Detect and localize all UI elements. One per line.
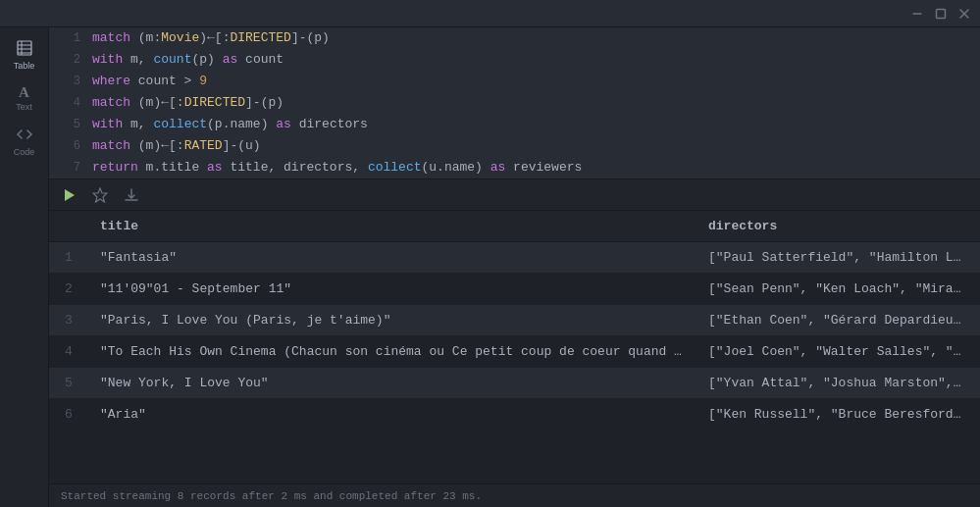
row-directors: ["Ethan Coen", "Gérard Depardieu", "Tom … [696,305,980,336]
status-bar: Started streaming 8 records after 2 ms a… [49,483,980,507]
code-line-6: 6 match (m)←[:RATED]-(u) [49,135,980,157]
code-line-7: 7 return m.title as title, directors, co… [49,157,980,178]
results-table-container[interactable]: title directors 1"Fantasia"["Paul Satter… [49,211,980,483]
row-title: "Fantasia" [88,242,696,274]
text-icon: A [19,85,29,100]
code-line-4: 4 match (m)←[:DIRECTED]-(p) [49,92,980,114]
row-directors: ["Ken Russell", "Bruce Beresford", "Robe… [696,399,980,431]
sidebar-table-label: Table [14,61,35,71]
row-number: 4 [49,336,88,368]
close-icon[interactable] [956,6,972,22]
download-button[interactable] [120,183,143,207]
sidebar: Table A Text Code [0,27,49,507]
status-text: Started streaming 8 records after 2 ms a… [61,490,482,502]
svg-rect-0 [937,9,946,18]
code-line-1: 1 match (m:Movie)←[:DIRECTED]-(p) [49,27,980,49]
main-content: Table A Text Code 1 match (m:Movie)←[:DI… [0,27,980,507]
favorite-button[interactable] [88,183,112,207]
col-header-rownum [49,211,88,242]
line-number-6: 6 [57,135,80,157]
table-row: 2"11'09"01 - September 11"["Sean Penn", … [49,274,980,305]
line-content-4: match (m)←[:DIRECTED]-(p) [92,92,284,114]
run-query-button[interactable] [57,183,80,207]
line-number-7: 7 [57,157,80,178]
code-line-3: 3 where count > 9 [49,71,980,92]
sidebar-item-text[interactable]: A Text [5,78,44,118]
line-content-7: return m.title as title, directors, coll… [92,157,582,178]
code-line-2: 2 with m, count(p) as count [49,49,980,71]
table-icon [17,40,32,59]
line-content-3: where count > 9 [92,71,207,92]
col-header-title: title [88,211,696,242]
results-table: title directors 1"Fantasia"["Paul Satter… [49,211,980,431]
table-row: 6"Aria"["Ken Russell", "Bruce Beresford"… [49,399,980,431]
minimize-icon[interactable] [909,6,925,22]
line-content-1: match (m:Movie)←[:DIRECTED]-(p) [92,27,330,49]
table-row: 4"To Each His Own Cinema (Chacun son cin… [49,336,980,368]
row-directors: ["Yvan Attal", "Joshua Marston", "Jiang … [696,368,980,399]
line-number-1: 1 [57,27,80,49]
line-content-6: match (m)←[:RATED]-(u) [92,135,261,157]
svg-marker-7 [93,188,107,202]
results-area: title directors 1"Fantasia"["Paul Satter… [49,211,980,507]
sidebar-item-table[interactable]: Table [5,35,44,75]
line-number-5: 5 [57,114,80,135]
table-row: 3"Paris, I Love You (Paris, je t'aime)"[… [49,305,980,336]
row-title: "To Each His Own Cinema (Chacun son ciné… [88,336,696,368]
row-number: 5 [49,368,88,399]
col-header-directors: directors [696,211,980,242]
top-bar [0,0,980,27]
row-directors: ["Joel Coen", "Walter Salles", "Atom Ego… [696,336,980,368]
code-editor: 1 match (m:Movie)←[:DIRECTED]-(p) 2 with… [49,27,980,179]
line-number-2: 2 [57,49,80,71]
row-directors: ["Paul Satterfield", "Hamilton Luske", "… [696,242,980,274]
line-content-2: with m, count(p) as count [92,49,284,71]
svg-marker-6 [65,189,75,201]
sidebar-item-code[interactable]: Code [5,122,44,161]
row-number: 2 [49,274,88,305]
toolbar [49,179,980,211]
table-row: 1"Fantasia"["Paul Satterfield", "Hamilto… [49,242,980,274]
code-line-5: 5 with m, collect(p.name) as directors [49,114,980,135]
table-row: 5"New York, I Love You"["Yvan Attal", "J… [49,368,980,399]
sidebar-code-label: Code [14,147,35,157]
sidebar-text-label: Text [16,102,32,112]
row-title: "Aria" [88,399,696,431]
code-icon [17,127,32,145]
line-number-3: 3 [57,71,80,92]
row-number: 1 [49,242,88,274]
row-title: "Paris, I Love You (Paris, je t'aime)" [88,305,696,336]
row-directors: ["Sean Penn", "Ken Loach", "Mira Nair", … [696,274,980,305]
right-panel: 1 match (m:Movie)←[:DIRECTED]-(p) 2 with… [49,27,980,507]
maximize-icon[interactable] [933,6,949,22]
row-title: "11'09"01 - September 11" [88,274,696,305]
row-number: 3 [49,305,88,336]
line-content-5: with m, collect(p.name) as directors [92,114,368,135]
row-title: "New York, I Love You" [88,368,696,399]
row-number: 6 [49,399,88,431]
line-number-4: 4 [57,92,80,114]
